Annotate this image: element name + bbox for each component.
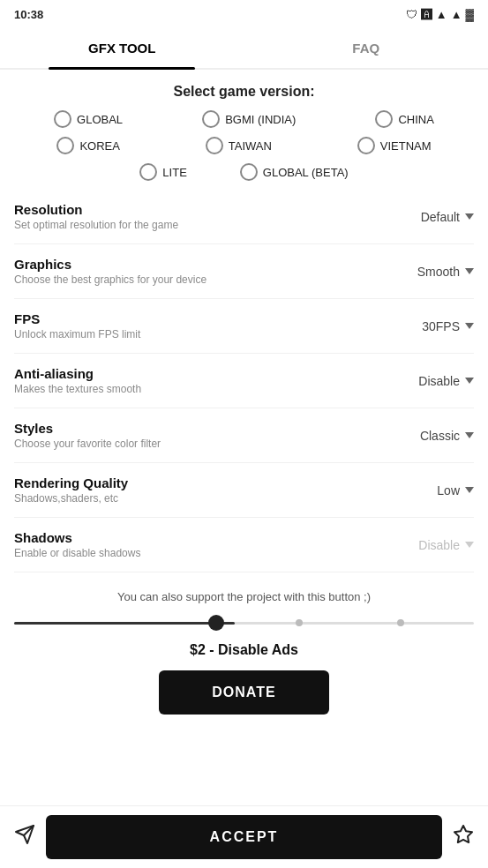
setting-rendering-control[interactable]: Low (437, 483, 474, 498)
setting-fps: FPS Unlock maximum FPS limit 30FPS (14, 299, 474, 354)
chevron-graphics-icon (465, 268, 474, 274)
setting-shadows-title: Shadows (14, 530, 418, 545)
setting-graphics-title: Graphics (14, 257, 417, 272)
setting-fps-info: FPS Unlock maximum FPS limit (14, 311, 422, 340)
setting-fps-control[interactable]: 30FPS (422, 319, 474, 333)
main-content: Select game version: GLOBAL BGMI (INDIA)… (0, 84, 488, 729)
setting-rendering: Rendering Quality Shadows,shaders, etc L… (14, 463, 474, 518)
setting-rendering-info: Rendering Quality Shadows,shaders, etc (14, 475, 437, 505)
setting-graphics-info: Graphics Choose the best graphics for yo… (14, 257, 417, 286)
version-vietnam-label: VIETNAM (380, 139, 432, 153)
setting-styles-value: Classic (420, 429, 460, 443)
radio-global (54, 110, 71, 128)
radio-china (375, 110, 393, 128)
setting-styles-title: Styles (14, 421, 420, 436)
radio-bgmi (202, 110, 220, 128)
version-lite-label: LITE (162, 166, 186, 179)
setting-shadows-control: Disable (418, 538, 474, 552)
setting-antialiasing-title: Anti-aliasing (14, 366, 418, 381)
bottom-bar: ACCEPT (0, 805, 488, 868)
setting-resolution: Resolution Set optimal resolution for th… (14, 190, 474, 244)
status-bar: 10:38 🛡 🅰 ▲ ▲ ▓ (0, 0, 488, 28)
version-section: Select game version: GLOBAL BGMI (INDIA)… (14, 84, 474, 181)
setting-resolution-desc: Set optimal resolution for the game (14, 219, 421, 231)
shield-icon: 🛡 (406, 8, 417, 21)
slider-dot-2 (397, 619, 404, 626)
svg-marker-2 (454, 826, 472, 842)
setting-resolution-title: Resolution (14, 202, 421, 217)
setting-rendering-title: Rendering Quality (14, 475, 437, 490)
settings-list: Resolution Set optimal resolution for th… (14, 190, 474, 572)
version-row-3: LITE GLOBAL (BETA) (14, 163, 474, 181)
chevron-antialiasing-icon (465, 378, 474, 384)
tab-gfxtool[interactable]: GFX TOOL (0, 28, 244, 68)
share-icon[interactable] (14, 824, 35, 850)
setting-rendering-desc: Shadows,shaders, etc (14, 492, 437, 505)
version-title: Select game version: (14, 84, 474, 100)
setting-antialiasing: Anti-aliasing Makes the textures smooth … (14, 354, 474, 408)
chevron-shadows-icon (465, 542, 474, 548)
setting-antialiasing-desc: Makes the textures smooth (14, 383, 418, 395)
setting-resolution-info: Resolution Set optimal resolution for th… (14, 202, 421, 231)
setting-graphics-desc: Choose the best graphics for your device (14, 273, 417, 286)
chevron-styles-icon (465, 432, 474, 438)
radio-global-beta (240, 163, 258, 181)
version-korea-label: KOREA (79, 139, 120, 153)
donation-slider[interactable] (14, 614, 474, 632)
version-global-beta[interactable]: GLOBAL (BETA) (240, 163, 349, 181)
version-korea[interactable]: KOREA (56, 137, 120, 154)
sim-icon: 🅰 (421, 8, 432, 21)
chevron-resolution-icon (465, 213, 474, 220)
version-china-label: CHINA (398, 113, 433, 126)
slider-fill (14, 622, 235, 625)
setting-graphics-control[interactable]: Smooth (417, 265, 474, 279)
setting-resolution-value: Default (421, 210, 460, 224)
version-taiwan-label: TAIWAN (229, 139, 272, 153)
donation-section: You can also support the project with th… (14, 590, 474, 729)
radio-korea (56, 137, 74, 154)
version-global[interactable]: GLOBAL (54, 110, 123, 128)
version-bgmi-label: BGMI (INDIA) (225, 113, 296, 126)
version-row-2: KOREA TAIWAN VIETNAM (14, 137, 474, 154)
accept-button[interactable]: ACCEPT (46, 815, 442, 859)
setting-graphics: Graphics Choose the best graphics for yo… (14, 244, 474, 299)
version-vietnam[interactable]: VIETNAM (357, 137, 432, 154)
setting-styles: Styles Choose your favorite color filter… (14, 408, 474, 463)
version-china[interactable]: CHINA (375, 110, 433, 128)
setting-shadows-desc: Enable or disable shadows (14, 547, 418, 559)
setting-fps-value: 30FPS (422, 319, 460, 333)
slider-dot-1 (296, 619, 303, 626)
setting-antialiasing-control[interactable]: Disable (418, 374, 474, 388)
slider-track (14, 622, 474, 625)
setting-antialiasing-value: Disable (418, 374, 460, 388)
setting-styles-control[interactable]: Classic (420, 429, 474, 443)
setting-fps-title: FPS (14, 311, 422, 326)
donate-button[interactable]: DONATE (159, 670, 328, 715)
setting-resolution-control[interactable]: Default (421, 210, 474, 224)
setting-shadows-info: Shadows Enable or disable shadows (14, 530, 418, 559)
chevron-fps-icon (465, 323, 474, 329)
setting-fps-desc: Unlock maximum FPS limit (14, 328, 422, 340)
status-time: 10:38 (14, 8, 43, 21)
battery-icon: ▓ (466, 8, 474, 21)
radio-vietnam (357, 137, 375, 154)
slider-thumb[interactable] (208, 615, 224, 631)
chevron-rendering-icon (465, 487, 474, 493)
signal-icon: ▲ (451, 8, 462, 21)
radio-lite (139, 163, 157, 181)
version-lite[interactable]: LITE (139, 163, 186, 181)
setting-shadows-value: Disable (418, 538, 460, 552)
wifi-icon: ▲ (436, 8, 447, 21)
radio-taiwan (206, 137, 223, 154)
version-row-1: GLOBAL BGMI (INDIA) CHINA (14, 110, 474, 128)
star-icon[interactable] (453, 824, 474, 850)
setting-shadows: Shadows Enable or disable shadows Disabl… (14, 518, 474, 572)
tabs-bar: GFX TOOL FAQ (0, 28, 488, 70)
version-global-beta-label: GLOBAL (BETA) (263, 166, 349, 179)
version-taiwan[interactable]: TAIWAN (206, 137, 272, 154)
tab-faq[interactable]: FAQ (244, 28, 489, 68)
status-icons: 🛡 🅰 ▲ ▲ ▓ (406, 8, 474, 21)
setting-styles-desc: Choose your favorite color filter (14, 438, 420, 450)
version-bgmi[interactable]: BGMI (INDIA) (202, 110, 296, 128)
setting-rendering-value: Low (437, 483, 460, 498)
